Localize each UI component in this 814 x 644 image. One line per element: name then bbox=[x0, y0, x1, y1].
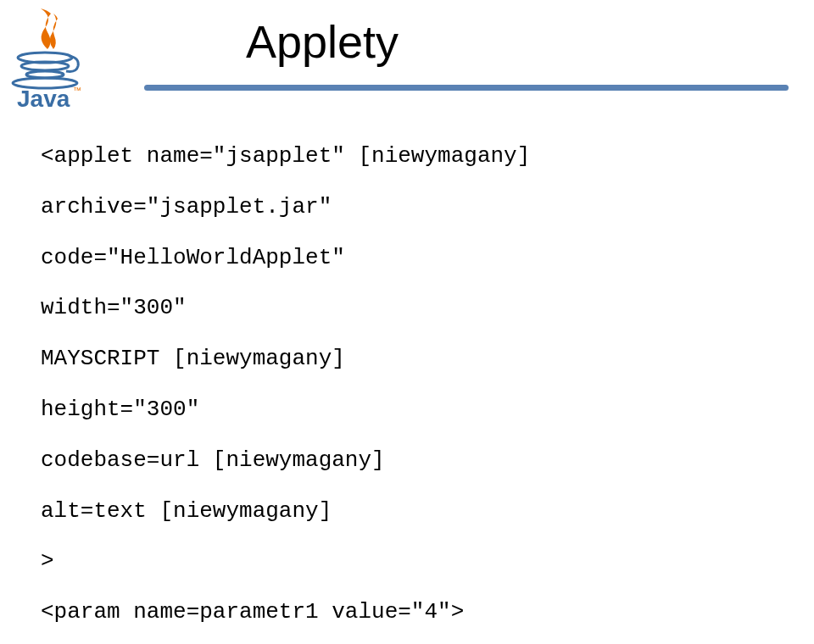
code-line: <applet name="jsapplet" [niewymagany] bbox=[41, 143, 530, 169]
code-line: alt=text [niewymagany] bbox=[41, 498, 332, 524]
java-logo-svg: Java ™ bbox=[7, 7, 87, 115]
code-line: height="300" bbox=[41, 397, 199, 422]
java-logo: Java ™ bbox=[7, 7, 87, 115]
code-line: > bbox=[41, 548, 54, 574]
code-line: codebase=url [niewymagany] bbox=[41, 447, 385, 473]
code-line: archive="jsapplet.jar" bbox=[41, 194, 332, 219]
code-line: <param name=parametr1 value="4"> bbox=[41, 599, 464, 625]
svg-text:™: ™ bbox=[73, 86, 81, 95]
svg-point-1 bbox=[21, 62, 69, 70]
page-title: Applety bbox=[246, 15, 399, 68]
title-underline bbox=[144, 85, 789, 91]
svg-text:Java: Java bbox=[17, 86, 70, 112]
code-line: code="HelloWorldApplet" bbox=[41, 245, 345, 270]
code-line: width="300" bbox=[41, 295, 187, 320]
code-block: <applet name="jsapplet" [niewymagany] ar… bbox=[41, 131, 530, 644]
code-line: MAYSCRIPT [niewymagany] bbox=[41, 346, 345, 371]
